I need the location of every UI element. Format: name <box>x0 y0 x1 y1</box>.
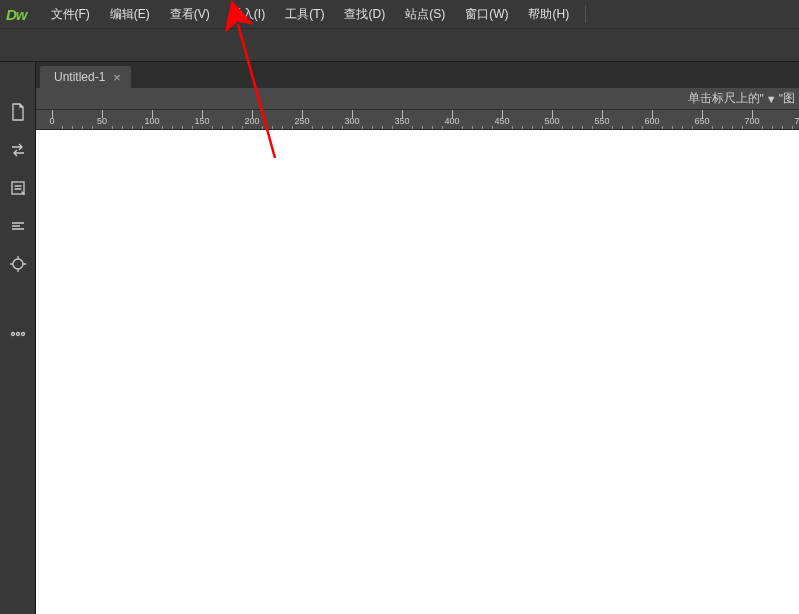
menu-bar: Dw 文件(F) 编辑(E) 查看(V) 插入(I) 工具(T) 查找(D) 站… <box>0 0 799 28</box>
swap-arrows-icon[interactable] <box>8 140 28 160</box>
menu-window[interactable]: 窗口(W) <box>455 0 518 28</box>
app-logo: Dw <box>6 6 27 23</box>
svg-point-2 <box>11 333 14 336</box>
menu-help[interactable]: 帮助(H) <box>518 0 579 28</box>
hint-text-suffix: 图 <box>783 90 795 107</box>
ruler-tick-label: 450 <box>494 116 509 126</box>
close-icon[interactable]: × <box>113 71 121 84</box>
hint-text-prefix: 单击标尺上的 <box>688 90 760 107</box>
data-icon[interactable] <box>8 178 28 198</box>
menu-file[interactable]: 文件(F) <box>41 0 100 28</box>
svg-point-3 <box>16 333 19 336</box>
menu-insert[interactable]: 插入(I) <box>220 0 275 28</box>
workspace: Untitled-1 × 单击标尺上的 " ▼ " 图 050100150200… <box>0 62 799 614</box>
svg-point-1 <box>13 259 23 269</box>
ruler-tick-label: 250 <box>294 116 309 126</box>
ruler-tick-label: 650 <box>694 116 709 126</box>
menu-view[interactable]: 查看(V) <box>160 0 220 28</box>
ruler-tick-label: 200 <box>244 116 259 126</box>
ruler-tick-label: 300 <box>344 116 359 126</box>
ruler-tick-label: 500 <box>544 116 559 126</box>
ruler-tick-label: 0 <box>49 116 54 126</box>
menu-edit[interactable]: 编辑(E) <box>100 0 160 28</box>
menu-tools[interactable]: 工具(T) <box>275 0 334 28</box>
ruler-tick-label: 150 <box>194 116 209 126</box>
tab-title: Untitled-1 <box>54 70 105 84</box>
menu-site[interactable]: 站点(S) <box>395 0 455 28</box>
document-tab[interactable]: Untitled-1 × <box>40 66 131 88</box>
editor-area: Untitled-1 × 单击标尺上的 " ▼ " 图 050100150200… <box>36 62 799 614</box>
ruler-tick-label: 100 <box>144 116 159 126</box>
menu-find[interactable]: 查找(D) <box>334 0 395 28</box>
hint-text-quote: " <box>760 92 764 106</box>
ruler-tick-label: 50 <box>97 116 107 126</box>
ruler-tick-label: 600 <box>644 116 659 126</box>
more-icon[interactable] <box>8 324 28 344</box>
design-canvas[interactable] <box>36 130 799 614</box>
horizontal-ruler[interactable]: 0501001502002503003504004505005506006507… <box>36 110 799 130</box>
ruler-tick-label: 750 <box>794 116 799 126</box>
menu-separator <box>585 5 586 23</box>
ruler-tick-label: 700 <box>744 116 759 126</box>
ruler-tick-label: 400 <box>444 116 459 126</box>
target-icon[interactable] <box>8 254 28 274</box>
document-icon[interactable] <box>8 102 28 122</box>
left-toolbar <box>0 62 36 614</box>
hint-bar: 单击标尺上的 " ▼ " 图 <box>36 88 799 110</box>
toolbar <box>0 28 799 62</box>
ruler-tick-label: 350 <box>394 116 409 126</box>
ruler-tick-label: 550 <box>594 116 609 126</box>
svg-point-4 <box>21 333 24 336</box>
lines-icon[interactable] <box>8 216 28 236</box>
tab-strip: Untitled-1 × <box>36 62 799 88</box>
dropdown-icon: ▼ <box>766 93 777 105</box>
